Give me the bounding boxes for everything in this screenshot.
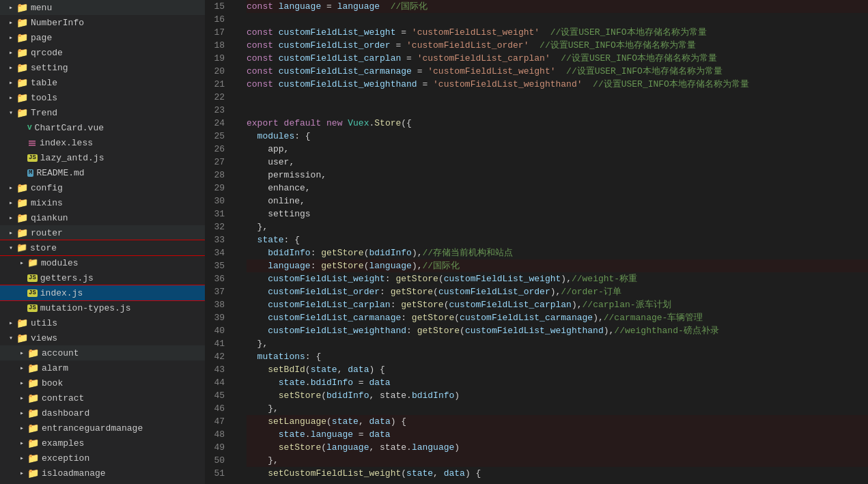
code-line-28: permission, <box>247 169 868 182</box>
chevron-icon: ▾ <box>5 244 16 252</box>
sidebar-item-label: contract <box>42 393 84 403</box>
line-number-44: 44 <box>205 376 236 389</box>
sidebar-item-label: qiankun <box>31 213 68 223</box>
line-number-48: 48 <box>205 428 236 441</box>
sidebar-item-jeecg[interactable]: ▸📁jeecg <box>0 481 205 484</box>
code-line-20: const customFieldList_carmanage = 'custo… <box>247 65 868 78</box>
sidebar-item-mutation-types.js[interactable]: JSmutation-types.js <box>0 300 205 315</box>
line-number-29: 29 <box>205 182 236 195</box>
chevron-icon: ▸ <box>16 424 27 432</box>
folder-icon: 📁 <box>16 107 28 119</box>
chevron-icon: ▸ <box>5 63 16 72</box>
code-line-16 <box>247 13 868 26</box>
svg-rect-0 <box>29 141 36 142</box>
code-line-51: setCustomFieldList_weight(state, data) { <box>247 468 868 481</box>
line-number-15: 15 <box>205 0 236 13</box>
chevron-icon: ▸ <box>16 259 27 267</box>
chevron-icon: ▸ <box>5 33 16 42</box>
sidebar-item-label: mutation-types.js <box>40 303 131 313</box>
sidebar-item-exception[interactable]: ▸📁exception <box>0 451 205 466</box>
line-number-42: 42 <box>205 350 236 363</box>
code-line-36: customFieldList_weight: getStore(customF… <box>247 272 868 285</box>
file-explorer[interactable]: ▸📁menu▸📁NumberInfo▸📁page▸📁qrcode▸📁settin… <box>0 0 205 484</box>
sidebar-item-label: getters.js <box>40 273 94 283</box>
line-number-23: 23 <box>205 104 236 117</box>
line-number-19: 19 <box>205 52 236 65</box>
chevron-icon: ▸ <box>5 214 16 222</box>
folder-icon: 📁 <box>16 242 27 253</box>
sidebar-item-label: utils <box>31 318 57 328</box>
line-number-43: 43 <box>205 363 236 376</box>
sidebar-item-label: index.less <box>40 138 93 148</box>
sidebar-item-label: dashboard <box>42 408 89 418</box>
sidebar-item-ChartCard.vue[interactable]: VChartCard.vue <box>0 120 205 135</box>
chevron-icon: ▾ <box>5 334 16 342</box>
sidebar-item-examples[interactable]: ▸📁examples <box>0 436 205 451</box>
sidebar-item-index.less[interactable]: index.less <box>0 135 205 150</box>
chevron-icon: ▸ <box>5 199 16 207</box>
sidebar-item-menu[interactable]: ▸📁menu <box>0 0 205 15</box>
code-line-41: }, <box>247 337 868 350</box>
sidebar-item-qiankun[interactable]: ▸📁qiankun <box>0 210 205 225</box>
sidebar-item-label: mixins <box>31 198 63 208</box>
less-icon <box>27 138 37 147</box>
folder-icon: 📁 <box>16 2 28 14</box>
sidebar-item-label: NumberInfo <box>31 18 84 28</box>
line-number-17: 17 <box>205 26 236 39</box>
line-number-22: 22 <box>205 91 236 104</box>
sidebar-item-mixins[interactable]: ▸📁mixins <box>0 195 205 210</box>
sidebar-item-NumberInfo[interactable]: ▸📁NumberInfo <box>0 15 205 30</box>
sidebar-item-label: modules <box>41 258 79 268</box>
line-number-50: 50 <box>205 454 236 467</box>
code-line-32: }, <box>247 220 868 233</box>
sidebar-item-modules[interactable]: ▸📁modules <box>0 255 205 270</box>
line-number-31: 31 <box>205 208 236 220</box>
sidebar-item-label: examples <box>42 438 84 449</box>
sidebar-item-store[interactable]: ▾📁store <box>0 240 205 255</box>
folder-icon: 📁 <box>27 423 39 434</box>
sidebar-item-README.md[interactable]: MREADME.md <box>0 165 205 180</box>
sidebar-item-contract[interactable]: ▸📁contract <box>0 390 205 405</box>
sidebar-item-setting[interactable]: ▸📁setting <box>0 60 205 75</box>
sidebar-item-router[interactable]: ▸📁router <box>0 225 205 240</box>
chevron-icon: ▸ <box>16 469 27 477</box>
chevron-icon: ▸ <box>16 349 27 357</box>
line-number-16: 16 <box>205 13 236 26</box>
sidebar-item-isloadmanage[interactable]: ▸📁isloadmanage <box>0 466 205 481</box>
line-number-18: 18 <box>205 39 236 52</box>
sidebar-item-label: qrcode <box>31 48 63 58</box>
sidebar-item-utils[interactable]: ▸📁utils <box>0 315 205 330</box>
line-number-35: 35 <box>205 259 236 272</box>
line-number-27: 27 <box>205 156 236 169</box>
sidebar-item-lazy_antd.js[interactable]: JSlazy_antd.js <box>0 150 205 165</box>
sidebar-item-dashboard[interactable]: ▸📁dashboard <box>0 405 205 421</box>
sidebar-item-entranceguardmanage[interactable]: ▸📁entranceguardmanage <box>0 421 205 436</box>
code-line-19: const customFieldList_carplan = 'customF… <box>247 52 868 65</box>
sidebar-item-Trend[interactable]: ▾📁Trend <box>0 105 205 120</box>
sidebar-item-views[interactable]: ▾📁views <box>0 330 205 345</box>
sidebar-item-label: menu <box>31 3 52 13</box>
chevron-icon: ▸ <box>5 319 16 327</box>
line-number-36: 36 <box>205 272 236 285</box>
folder-icon: 📁 <box>16 92 28 104</box>
sidebar-item-index.js[interactable]: JSindex.js <box>0 285 205 300</box>
sidebar-item-account[interactable]: ▸📁account <box>0 345 205 360</box>
code-line-15: const language = language //国际化 <box>247 0 868 13</box>
sidebar-item-alarm[interactable]: ▸📁alarm <box>0 360 205 375</box>
line-number-28: 28 <box>205 169 236 182</box>
sidebar-item-tools[interactable]: ▸📁tools <box>0 90 205 105</box>
folder-icon: 📁 <box>27 393 39 404</box>
sidebar-item-qrcode[interactable]: ▸📁qrcode <box>0 45 205 60</box>
sidebar-item-book[interactable]: ▸📁book <box>0 375 205 390</box>
sidebar-item-label: router <box>31 228 63 238</box>
sidebar-item-label: index.js <box>40 288 83 298</box>
sidebar-item-page[interactable]: ▸📁page <box>0 30 205 45</box>
line-number-25: 25 <box>205 130 236 143</box>
sidebar-item-config[interactable]: ▸📁config <box>0 180 205 195</box>
chevron-icon: ▸ <box>16 454 27 462</box>
chevron-icon: ▸ <box>16 394 27 402</box>
sidebar-item-table[interactable]: ▸📁table <box>0 75 205 90</box>
sidebar-item-getters.js[interactable]: JSgetters.js <box>0 270 205 285</box>
code-line-29: enhance, <box>247 182 868 195</box>
code-lines: const language = language //国际化 const cu… <box>236 0 868 484</box>
